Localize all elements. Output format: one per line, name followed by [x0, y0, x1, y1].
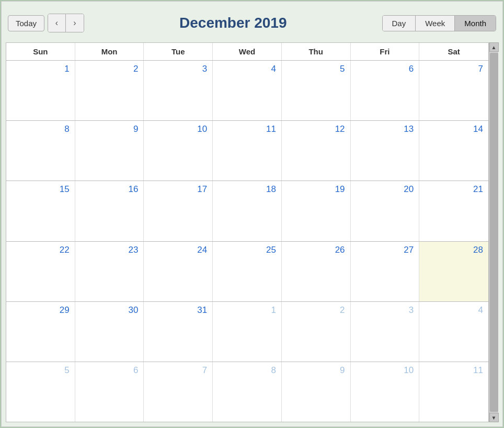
day-cell[interactable]: 18 [213, 181, 282, 241]
day-number: 2 [78, 63, 141, 75]
day-cell[interactable]: 11 [419, 362, 488, 422]
day-cell[interactable]: 2 [282, 302, 351, 362]
day-cell[interactable]: 10 [144, 121, 213, 181]
next-button[interactable]: › [66, 14, 84, 32]
day-number: 6 [354, 63, 416, 75]
scrollbar-track: ▲ ▼ [489, 42, 498, 422]
day-cell[interactable]: 21 [419, 181, 488, 241]
day-cell[interactable]: 8 [6, 121, 75, 181]
day-headers: SunMonTueWedThuFriSat [6, 43, 488, 61]
calendar-header: Today ‹ › December 2019 Day Week Month [6, 6, 498, 42]
day-cell[interactable]: 5 [6, 362, 75, 422]
day-header-fri: Fri [351, 43, 420, 60]
day-cell[interactable]: 22 [6, 242, 75, 301]
day-cell[interactable]: 3 [144, 61, 213, 120]
month-view-button[interactable]: Month [455, 16, 496, 31]
day-number: 29 [9, 304, 72, 317]
day-cell[interactable]: 29 [6, 302, 75, 362]
calendar-container: SunMonTueWedThuFriSat 123456789101112131… [6, 42, 498, 422]
day-cell[interactable]: 28 [419, 242, 488, 301]
day-header-mon: Mon [75, 43, 144, 60]
day-number: 3 [354, 304, 416, 317]
day-cell[interactable]: 10 [351, 362, 420, 422]
day-cell[interactable]: 27 [351, 242, 420, 301]
day-header-sat: Sat [419, 43, 488, 60]
day-number: 17 [147, 183, 209, 196]
day-number: 27 [354, 244, 416, 256]
calendar-wrapper: Today ‹ › December 2019 Day Week Month S… [1, 1, 503, 427]
day-cell[interactable]: 9 [282, 362, 351, 422]
day-number: 1 [216, 304, 278, 317]
day-cell[interactable]: 20 [351, 181, 420, 241]
day-cell[interactable]: 24 [144, 242, 213, 301]
day-cell[interactable]: 7 [144, 362, 213, 422]
day-cell[interactable]: 4 [419, 302, 488, 362]
month-title: December 2019 [87, 15, 379, 31]
day-header-thu: Thu [282, 43, 351, 60]
day-cell[interactable]: 1 [213, 302, 282, 362]
day-cell[interactable]: 5 [282, 61, 351, 120]
scrollbar-thumb[interactable] [490, 53, 498, 412]
scroll-up-button[interactable]: ▲ [489, 42, 499, 52]
day-cell[interactable]: 14 [419, 121, 488, 181]
day-number: 9 [78, 123, 141, 136]
day-cell[interactable]: 30 [75, 302, 144, 362]
day-number: 12 [285, 123, 347, 136]
day-number: 7 [147, 364, 209, 377]
day-number: 5 [9, 364, 72, 377]
day-cell[interactable]: 9 [75, 121, 144, 181]
day-cell[interactable]: 7 [419, 61, 488, 120]
day-number: 16 [78, 183, 141, 196]
day-cell[interactable]: 2 [75, 61, 144, 120]
day-cell[interactable]: 6 [75, 362, 144, 422]
week-view-button[interactable]: Week [416, 16, 455, 31]
scroll-down-button[interactable]: ▼ [489, 413, 499, 422]
day-cell[interactable]: 4 [213, 61, 282, 120]
day-cell[interactable]: 13 [351, 121, 420, 181]
day-cell[interactable]: 11 [213, 121, 282, 181]
day-cell[interactable]: 1 [6, 61, 75, 120]
day-cell[interactable]: 23 [75, 242, 144, 301]
day-number: 24 [147, 244, 209, 256]
day-number: 25 [216, 244, 278, 256]
week-row-3: 15161718192021 [6, 181, 488, 241]
day-cell[interactable]: 12 [282, 121, 351, 181]
day-number: 1 [9, 63, 72, 75]
day-cell[interactable]: 6 [351, 61, 420, 120]
day-cell[interactable]: 15 [6, 181, 75, 241]
week-row-2: 891011121314 [6, 121, 488, 181]
day-cell[interactable]: 17 [144, 181, 213, 241]
day-cell[interactable]: 8 [213, 362, 282, 422]
day-cell[interactable]: 16 [75, 181, 144, 241]
day-number: 3 [147, 63, 209, 75]
day-number: 11 [422, 364, 485, 377]
day-view-button[interactable]: Day [383, 16, 416, 31]
day-cell[interactable]: 19 [282, 181, 351, 241]
week-row-4: 22232425262728 [6, 242, 488, 302]
day-number: 18 [216, 183, 278, 196]
day-cell[interactable]: 3 [351, 302, 420, 362]
weeks-area: 1234567891011121314151617181920212223242… [6, 61, 488, 422]
view-group: Day Week Month [382, 15, 496, 31]
week-row-1: 1234567 [6, 61, 488, 121]
day-cell[interactable]: 25 [213, 242, 282, 301]
day-number: 30 [78, 304, 141, 317]
day-number: 9 [285, 364, 347, 377]
day-header-sun: Sun [6, 43, 75, 60]
day-number: 7 [422, 63, 485, 75]
day-number: 23 [78, 244, 141, 256]
day-cell[interactable]: 31 [144, 302, 213, 362]
week-row-5: 2930311234 [6, 302, 488, 362]
day-number: 10 [147, 123, 209, 136]
week-row-6: 567891011 [6, 362, 488, 422]
calendar-grid: SunMonTueWedThuFriSat 123456789101112131… [6, 42, 489, 422]
day-number: 2 [285, 304, 347, 317]
day-header-tue: Tue [144, 43, 213, 60]
today-button[interactable]: Today [8, 15, 44, 31]
day-number: 8 [216, 364, 278, 377]
day-number: 20 [354, 183, 416, 196]
day-cell[interactable]: 26 [282, 242, 351, 301]
day-number: 13 [354, 123, 416, 136]
day-number: 22 [9, 244, 72, 256]
prev-button[interactable]: ‹ [48, 14, 66, 32]
